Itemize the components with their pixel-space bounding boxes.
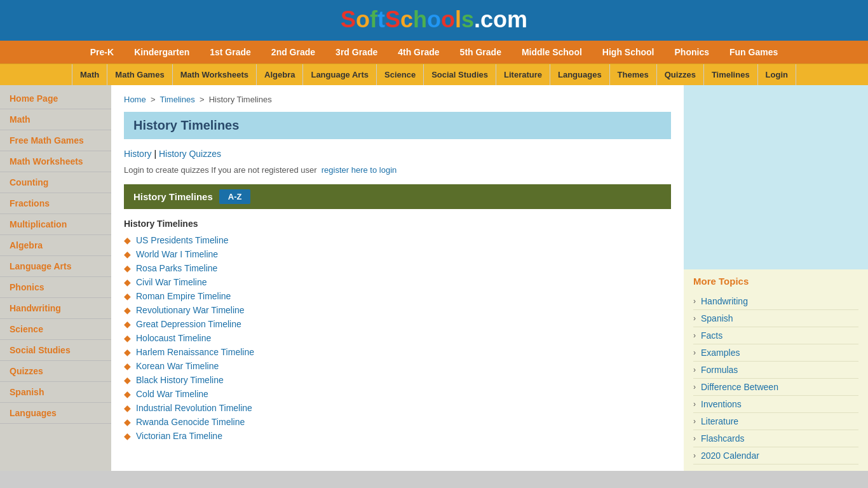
sidebar-item[interactable]: Home Page [0,88,111,109]
sidebar-item[interactable]: Counting [0,172,111,193]
more-topic-item: ›Difference Between [693,379,858,396]
timeline-list: ◆US Presidents Timeline◆World War I Time… [124,235,671,441]
subject-nav-item[interactable]: Login [758,64,796,85]
timeline-item: ◆Rwanda Genocide Timeline [124,417,671,427]
ad-area [684,85,868,269]
more-topic-link[interactable]: Inventions [701,399,742,409]
timeline-link[interactable]: Victorian Era Timeline [136,431,222,441]
subject-nav-item[interactable]: Quizzes [657,64,704,85]
timeline-link[interactable]: World War I Timeline [136,249,218,259]
diamond-icon: ◆ [124,305,131,315]
sidebar-item[interactable]: Handwriting [0,298,111,319]
grade-nav-item[interactable]: Phonics [665,41,719,64]
timeline-link[interactable]: Cold War Timeline [136,389,208,399]
grade-nav-item[interactable]: 4th Grade [388,41,449,64]
more-topic-link[interactable]: Handwriting [701,296,748,306]
subject-nav-item[interactable]: Languages [550,64,610,85]
sidebar-item[interactable]: Social Studies [0,340,111,361]
subject-nav-item[interactable]: Math Games [107,64,172,85]
timeline-link[interactable]: Black History Timeline [136,375,224,385]
more-topic-link[interactable]: Examples [701,348,740,358]
more-topic-link[interactable]: Flashcards [701,433,744,444]
sidebar-item[interactable]: Spanish [0,382,111,403]
timeline-link[interactable]: Revolutionary War Timeline [136,305,245,315]
subject-nav-item[interactable]: Math [72,64,107,85]
subject-nav-item[interactable]: Science [377,64,424,85]
grade-nav-item[interactable]: 1st Grade [200,41,261,64]
sidebar-item[interactable]: Fractions [0,193,111,214]
more-topic-link[interactable]: Difference Between [701,382,778,392]
history-quizzes-link[interactable]: History Quizzes [159,149,221,159]
timeline-link[interactable]: Civil War Timeline [136,277,207,287]
grade-nav-item[interactable]: Kindergarten [124,41,200,64]
subject-nav-item[interactable]: Themes [610,64,657,85]
grade-nav-item[interactable]: 5th Grade [450,41,512,64]
sidebar-item[interactable]: Language Arts [0,256,111,277]
subject-nav-item[interactable]: Literature [496,64,550,85]
grade-nav-item[interactable]: Middle School [512,41,592,64]
sidebar-item[interactable]: Quizzes [0,361,111,382]
timeline-link[interactable]: US Presidents Timeline [136,235,229,245]
subject-nav-item[interactable]: Timelines [704,64,758,85]
logo[interactable]: SoftSchools.com [0,6,868,33]
timeline-item: ◆Revolutionary War Timeline [124,305,671,315]
timeline-link[interactable]: Rwanda Genocide Timeline [136,417,245,427]
history-link[interactable]: History [124,149,152,159]
subject-nav-item[interactable]: Math Worksheets [173,64,257,85]
timelines-heading: History Timelines [124,219,671,229]
timeline-link[interactable]: Roman Empire Timeline [136,291,231,301]
diamond-icon: ◆ [124,389,131,399]
timeline-item: ◆Harlem Renaissance Timeline [124,347,671,357]
chevron-icon: › [693,314,696,323]
subject-nav-item[interactable]: Language Arts [303,64,377,85]
top-header: SoftSchools.com [0,0,868,41]
grade-nav-item[interactable]: High School [592,41,665,64]
grade-nav-item[interactable]: 2nd Grade [261,41,325,64]
more-topic-link[interactable]: Literature [701,416,738,426]
sidebar-item[interactable]: Multiplication [0,214,111,235]
sidebar-item[interactable]: Algebra [0,235,111,256]
more-topic-item: ›Formulas [693,362,858,379]
sidebar-item[interactable]: Free Math Games [0,130,111,151]
register-link[interactable]: register here to login [322,165,397,175]
subject-nav-item[interactable]: Algebra [257,64,303,85]
sidebar-item[interactable]: Languages [0,403,111,424]
more-topic-item: ›Examples [693,344,858,362]
more-topic-link[interactable]: Formulas [701,365,738,375]
breadcrumb-timelines[interactable]: Timelines [160,95,195,104]
timeline-link[interactable]: Korean War Timeline [136,361,219,371]
chevron-icon: › [693,400,696,409]
timeline-link[interactable]: Holocaust Timeline [136,333,211,343]
more-topic-link[interactable]: 2020 Calendar [701,451,759,461]
more-topic-item: ›Facts [693,327,858,344]
sidebar-item[interactable]: Phonics [0,277,111,298]
more-topic-link[interactable]: Facts [701,330,722,341]
timeline-link[interactable]: Harlem Renaissance Timeline [136,347,254,357]
az-bar-label: History Timelines [133,191,213,202]
sidebar-item[interactable]: Math [0,109,111,130]
az-bar: History Timelines A-Z [124,184,671,209]
grade-nav-item[interactable]: 3rd Grade [325,41,388,64]
diamond-icon: ◆ [124,249,131,259]
breadcrumb-home[interactable]: Home [124,95,146,104]
subject-nav-item[interactable]: Social Studies [424,64,496,85]
grade-nav-item[interactable]: Fun Games [719,41,788,64]
diamond-icon: ◆ [124,361,131,371]
timeline-item: ◆US Presidents Timeline [124,235,671,245]
timeline-link[interactable]: Industrial Revolution Timeline [136,403,252,413]
sidebar-item[interactable]: Science [0,319,111,340]
more-topic-item: ›Literature [693,413,858,430]
page-title: History Timelines [133,118,661,133]
login-notice-text: Login to create quizzes If you are not r… [124,165,317,175]
diamond-icon: ◆ [124,263,131,273]
more-topic-link[interactable]: Spanish [701,313,733,323]
timeline-link[interactable]: Great Depression Timeline [136,319,241,329]
chevron-icon: › [693,451,696,460]
timeline-link[interactable]: Rosa Parks Timeline [136,263,217,273]
timeline-item: ◆Roman Empire Timeline [124,291,671,301]
sidebar-item[interactable]: Math Worksheets [0,151,111,172]
grade-nav-item[interactable]: Pre-K [80,41,124,64]
page-title-bar: History Timelines [124,112,671,139]
az-button[interactable]: A-Z [219,189,251,204]
history-links: History | History Quizzes [124,149,671,159]
